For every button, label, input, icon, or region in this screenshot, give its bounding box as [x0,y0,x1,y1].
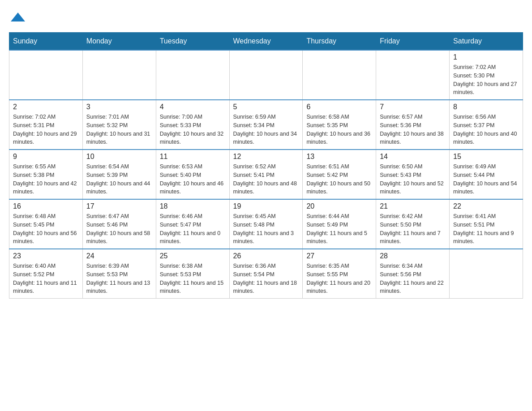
calendar-cell: 6Sunrise: 6:58 AMSunset: 5:35 PMDaylight… [303,100,376,150]
day-number: 25 [160,252,226,260]
day-number: 13 [306,153,372,161]
day-info: Sunrise: 6:49 AMSunset: 5:44 PMDaylight:… [453,163,519,196]
calendar-cell: 15Sunrise: 6:49 AMSunset: 5:44 PMDayligh… [450,150,523,199]
day-number: 3 [86,103,152,111]
weekday-header-monday: Monday [82,33,156,51]
calendar-cell: 3Sunrise: 7:01 AMSunset: 5:32 PMDaylight… [82,100,156,150]
day-info: Sunrise: 6:52 AMSunset: 5:41 PMDaylight:… [233,163,299,196]
weekday-header-saturday: Saturday [450,33,523,51]
day-info: Sunrise: 6:54 AMSunset: 5:39 PMDaylight:… [86,163,152,196]
calendar-cell [450,249,523,299]
day-info: Sunrise: 6:56 AMSunset: 5:37 PMDaylight:… [453,113,519,146]
day-info: Sunrise: 6:47 AMSunset: 5:46 PMDaylight:… [86,212,152,246]
calendar-cell: 27Sunrise: 6:35 AMSunset: 5:55 PMDayligh… [303,249,376,299]
calendar-cell: 26Sunrise: 6:36 AMSunset: 5:54 PMDayligh… [229,249,303,299]
calendar-cell: 5Sunrise: 6:59 AMSunset: 5:34 PMDaylight… [229,100,303,150]
day-number: 27 [306,252,372,260]
calendar-cell: 19Sunrise: 6:45 AMSunset: 5:48 PMDayligh… [229,199,303,249]
calendar-cell: 4Sunrise: 7:00 AMSunset: 5:33 PMDaylight… [156,100,229,150]
day-info: Sunrise: 6:59 AMSunset: 5:34 PMDaylight:… [233,113,299,146]
day-info: Sunrise: 7:02 AMSunset: 5:31 PMDaylight:… [13,113,79,146]
weekday-header-thursday: Thursday [303,33,376,51]
day-number: 15 [453,153,519,161]
day-number: 20 [306,202,372,210]
calendar-cell: 2Sunrise: 7:02 AMSunset: 5:31 PMDaylight… [9,100,83,150]
calendar-cell: 23Sunrise: 6:40 AMSunset: 5:52 PMDayligh… [9,249,83,299]
day-number: 17 [86,202,152,210]
day-info: Sunrise: 6:42 AMSunset: 5:50 PMDaylight:… [380,212,446,246]
day-number: 11 [160,153,226,161]
svg-marker-0 [11,13,25,21]
calendar-cell: 8Sunrise: 6:56 AMSunset: 5:37 PMDaylight… [450,100,523,150]
day-info: Sunrise: 6:48 AMSunset: 5:45 PMDaylight:… [13,212,79,246]
day-number: 1 [453,53,519,61]
calendar-cell: 1Sunrise: 7:02 AMSunset: 5:30 PMDaylight… [450,50,523,100]
weekday-header-wednesday: Wednesday [229,33,303,51]
day-info: Sunrise: 6:57 AMSunset: 5:36 PMDaylight:… [380,113,446,146]
calendar-cell [9,50,83,100]
day-number: 19 [233,202,299,210]
day-info: Sunrise: 6:44 AMSunset: 5:49 PMDaylight:… [306,212,372,246]
week-row-2: 2Sunrise: 7:02 AMSunset: 5:31 PMDaylight… [9,100,523,150]
day-info: Sunrise: 6:46 AMSunset: 5:47 PMDaylight:… [160,212,226,246]
logo-icon [10,9,26,25]
day-number: 26 [233,252,299,260]
week-row-1: 1Sunrise: 7:02 AMSunset: 5:30 PMDaylight… [9,50,523,100]
calendar-cell: 9Sunrise: 6:55 AMSunset: 5:38 PMDaylight… [9,150,83,199]
weekday-header-friday: Friday [376,33,450,51]
day-number: 24 [86,252,152,260]
day-number: 23 [13,252,79,260]
calendar-cell: 10Sunrise: 6:54 AMSunset: 5:39 PMDayligh… [82,150,156,199]
calendar-cell: 21Sunrise: 6:42 AMSunset: 5:50 PMDayligh… [376,199,450,249]
calendar-header-row: SundayMondayTuesdayWednesdayThursdayFrid… [9,33,523,51]
calendar-cell: 7Sunrise: 6:57 AMSunset: 5:36 PMDaylight… [376,100,450,150]
day-info: Sunrise: 6:38 AMSunset: 5:53 PMDaylight:… [160,262,226,295]
calendar-cell [303,50,376,100]
day-info: Sunrise: 7:01 AMSunset: 5:32 PMDaylight:… [86,113,152,146]
calendar-cell: 18Sunrise: 6:46 AMSunset: 5:47 PMDayligh… [156,199,229,249]
day-info: Sunrise: 7:02 AMSunset: 5:30 PMDaylight:… [453,63,519,97]
day-number: 8 [453,103,519,111]
day-number: 9 [13,153,79,161]
calendar-cell [376,50,450,100]
calendar-cell [156,50,229,100]
calendar-cell [82,50,156,100]
day-info: Sunrise: 6:41 AMSunset: 5:51 PMDaylight:… [453,212,519,246]
calendar-cell: 20Sunrise: 6:44 AMSunset: 5:49 PMDayligh… [303,199,376,249]
calendar-table: SundayMondayTuesdayWednesdayThursdayFrid… [9,32,523,299]
weekday-header-sunday: Sunday [9,33,83,51]
day-info: Sunrise: 6:45 AMSunset: 5:48 PMDaylight:… [233,212,299,246]
day-info: Sunrise: 7:00 AMSunset: 5:33 PMDaylight:… [160,113,226,146]
logo [9,9,27,25]
calendar-cell: 25Sunrise: 6:38 AMSunset: 5:53 PMDayligh… [156,249,229,299]
day-number: 14 [380,153,446,161]
day-info: Sunrise: 6:34 AMSunset: 5:56 PMDaylight:… [380,262,446,295]
day-number: 5 [233,103,299,111]
calendar-cell: 14Sunrise: 6:50 AMSunset: 5:43 PMDayligh… [376,150,450,199]
calendar-cell: 11Sunrise: 6:53 AMSunset: 5:40 PMDayligh… [156,150,229,199]
day-number: 16 [13,202,79,210]
calendar-cell: 28Sunrise: 6:34 AMSunset: 5:56 PMDayligh… [376,249,450,299]
calendar-cell: 17Sunrise: 6:47 AMSunset: 5:46 PMDayligh… [82,199,156,249]
page-header [9,9,523,25]
day-info: Sunrise: 6:40 AMSunset: 5:52 PMDaylight:… [13,262,79,295]
day-info: Sunrise: 6:58 AMSunset: 5:35 PMDaylight:… [306,113,372,146]
calendar-cell: 24Sunrise: 6:39 AMSunset: 5:53 PMDayligh… [82,249,156,299]
calendar-cell: 22Sunrise: 6:41 AMSunset: 5:51 PMDayligh… [450,199,523,249]
day-number: 7 [380,103,446,111]
calendar-cell: 13Sunrise: 6:51 AMSunset: 5:42 PMDayligh… [303,150,376,199]
day-number: 4 [160,103,226,111]
day-number: 18 [160,202,226,210]
day-info: Sunrise: 6:35 AMSunset: 5:55 PMDaylight:… [306,262,372,295]
day-number: 28 [380,252,446,260]
day-info: Sunrise: 6:51 AMSunset: 5:42 PMDaylight:… [306,163,372,196]
day-number: 12 [233,153,299,161]
week-row-5: 23Sunrise: 6:40 AMSunset: 5:52 PMDayligh… [9,249,523,299]
day-number: 21 [380,202,446,210]
calendar-cell [229,50,303,100]
day-info: Sunrise: 6:55 AMSunset: 5:38 PMDaylight:… [13,163,79,196]
day-info: Sunrise: 6:36 AMSunset: 5:54 PMDaylight:… [233,262,299,295]
day-number: 6 [306,103,372,111]
weekday-header-tuesday: Tuesday [156,33,229,51]
week-row-3: 9Sunrise: 6:55 AMSunset: 5:38 PMDaylight… [9,150,523,199]
